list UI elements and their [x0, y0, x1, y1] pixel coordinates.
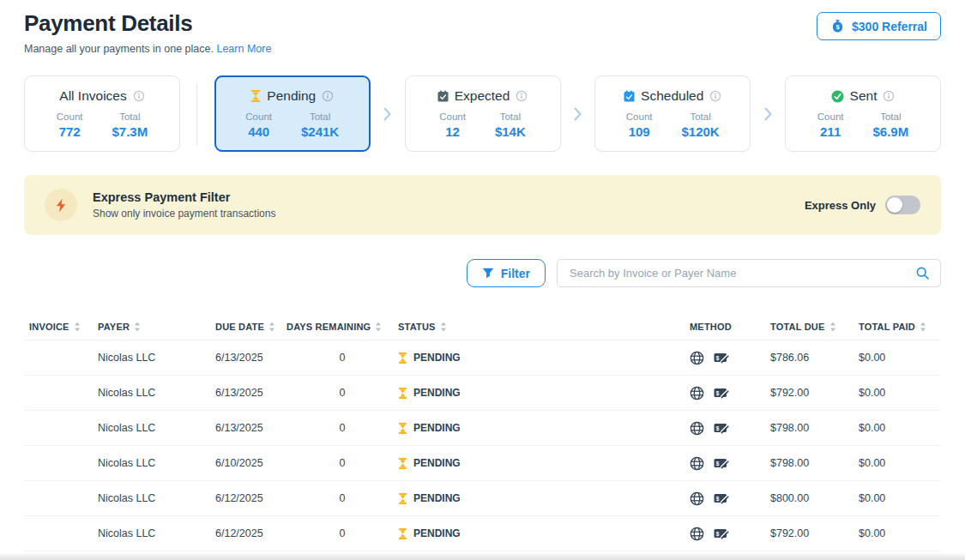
table-row[interactable]: Nicolas LLC 6/13/2025 0 PENDING $ [24, 411, 941, 446]
summary-card-expected[interactable]: Expected Count12 Total$14K [405, 75, 561, 152]
status-cell: PENDING [398, 457, 690, 469]
card-label: Sent [850, 88, 878, 104]
page-subtitle: Manage all your payments in one place. L… [24, 43, 271, 55]
globe-icon [690, 421, 704, 436]
chevron-right-icon [574, 107, 582, 121]
payments-table: INVOICE PAYER DUE DATE DAYS REMAINING ST… [24, 313, 941, 551]
days-remaining-cell: 0 [286, 387, 398, 399]
referral-label: $300 Referral [852, 20, 927, 33]
total-label: Total [500, 111, 521, 122]
payer-cell: Nicolas LLC [98, 527, 215, 539]
card-separator [561, 75, 595, 152]
status-cell: PENDING [398, 387, 690, 399]
method-cell: $ [690, 491, 770, 506]
column-header-payer[interactable]: PAYER [98, 322, 215, 332]
filter-button[interactable]: Filter [467, 259, 546, 287]
summary-card-scheduled[interactable]: Scheduled Count109 Total$120K [594, 75, 751, 152]
total-paid-cell: $0.00 [859, 527, 941, 539]
hourglass-icon [250, 90, 261, 102]
due-date-cell: 6/12/2025 [215, 527, 286, 539]
total-due-cell: $798.00 [770, 457, 859, 469]
banner-subtitle: Show only invoice payment transactions [93, 208, 275, 220]
count-value: 772 [59, 124, 81, 139]
status-cell: PENDING [398, 527, 690, 539]
summary-card-all-invoices[interactable]: All Invoices Count772 Total$7.3M [24, 75, 180, 152]
column-header-days-remaining[interactable]: DAYS REMAINING [286, 322, 398, 332]
total-paid-cell: $0.00 [859, 457, 941, 469]
globe-icon [690, 456, 704, 471]
table-row[interactable]: Nicolas LLC 6/13/2025 0 PENDING $ [24, 376, 941, 411]
referral-button[interactable]: $ $300 Referral [817, 12, 941, 40]
status-cell: PENDING [398, 422, 690, 434]
column-header-total-due[interactable]: TOTAL DUE [770, 322, 859, 332]
bolt-icon-circle [45, 189, 77, 221]
count-label: Count [439, 111, 466, 122]
count-value: 109 [629, 124, 650, 139]
globe-icon [690, 527, 704, 541]
total-due-cell: $800.00 [770, 492, 859, 504]
column-header-status[interactable]: STATUS [398, 322, 690, 332]
count-label: Count [817, 111, 844, 122]
table-row[interactable]: Nicolas LLC 6/12/2025 0 PENDING $ [24, 516, 941, 551]
filter-label: Filter [501, 267, 530, 280]
search-input[interactable] [568, 266, 915, 280]
summary-card-sent[interactable]: Sent Count211 Total$6.9M [785, 75, 941, 152]
due-date-cell: 6/13/2025 [215, 352, 286, 364]
column-header-invoice[interactable]: INVOICE [29, 322, 98, 332]
total-value: $7.3M [112, 124, 148, 139]
count-label: Count [245, 111, 272, 122]
column-header-total-paid[interactable]: TOTAL PAID [859, 322, 941, 332]
banner-title: Express Payment Filter [93, 190, 275, 204]
title-block: Payment Details Manage all your payments… [24, 10, 271, 55]
search-icon[interactable] [915, 266, 930, 280]
count-label: Count [626, 111, 653, 122]
card-edit-icon: $ [714, 492, 729, 505]
subtitle-text: Manage all your payments in one place. [24, 43, 214, 55]
count-label: Count [57, 111, 83, 122]
card-separator [180, 75, 214, 152]
table-header-row: INVOICE PAYER DUE DATE DAYS REMAINING ST… [24, 313, 941, 340]
sort-icon [920, 322, 926, 332]
hourglass-icon [398, 352, 407, 364]
info-icon[interactable] [133, 90, 145, 102]
chevron-right-icon [383, 107, 391, 121]
info-icon[interactable] [322, 90, 334, 102]
table-row[interactable]: Nicolas LLC 6/10/2025 0 PENDING $ [24, 446, 941, 481]
total-paid-cell: $0.00 [859, 422, 941, 434]
info-icon[interactable] [709, 90, 721, 102]
info-icon[interactable] [883, 90, 895, 102]
total-due-cell: $798.00 [770, 422, 859, 434]
count-value: 440 [248, 124, 269, 139]
due-date-cell: 6/12/2025 [215, 492, 286, 504]
status-label: PENDING [413, 492, 461, 504]
days-remaining-cell: 0 [286, 492, 398, 504]
card-edit-icon: $ [714, 457, 729, 470]
table-row[interactable]: Nicolas LLC 6/12/2025 0 PENDING $ [24, 481, 941, 516]
check-circle-green-icon [831, 90, 844, 103]
table-row[interactable]: Nicolas LLC 6/13/2025 0 PENDING $ [24, 340, 941, 376]
total-due-cell: $786.06 [770, 352, 859, 364]
summary-card-pending[interactable]: Pending Count440 Total$241K [214, 75, 371, 152]
due-date-cell: 6/13/2025 [215, 422, 286, 434]
page-title: Payment Details [24, 10, 271, 37]
column-header-due-date[interactable]: DUE DATE [215, 322, 286, 332]
payer-cell: Nicolas LLC [98, 422, 215, 434]
card-edit-icon: $ [714, 352, 729, 364]
days-remaining-cell: 0 [286, 352, 398, 364]
info-icon[interactable] [516, 90, 528, 102]
status-label: PENDING [413, 387, 461, 399]
express-only-toggle[interactable] [885, 196, 920, 214]
total-paid-cell: $0.00 [859, 352, 941, 364]
sort-icon [375, 322, 382, 332]
total-label: Total [880, 111, 901, 122]
due-date-cell: 6/13/2025 [215, 387, 286, 399]
method-cell: $ [690, 351, 770, 365]
card-label: Pending [267, 88, 316, 104]
payer-cell: Nicolas LLC [98, 492, 215, 504]
column-header-method: METHOD [690, 322, 770, 332]
status-label: PENDING [413, 527, 461, 539]
learn-more-link[interactable]: Learn More [216, 43, 271, 55]
method-cell: $ [690, 386, 770, 400]
globe-icon [690, 351, 704, 365]
svg-text:$: $ [716, 495, 720, 502]
